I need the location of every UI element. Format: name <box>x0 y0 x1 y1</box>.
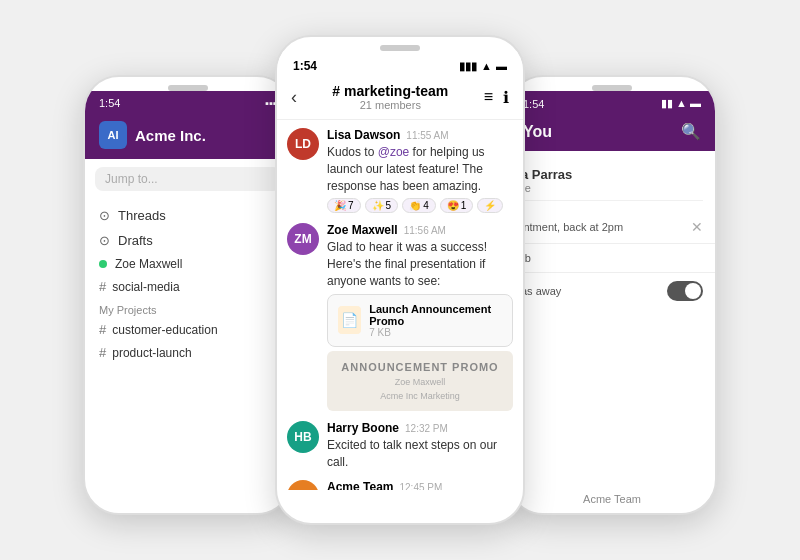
center-status-bar: 1:54 ▮▮▮ ▲ ▬ <box>277 51 523 77</box>
avatar-acme: AT <box>287 480 319 490</box>
workspace-icon: AI <box>99 121 127 149</box>
msg-name-lisa: Lisa Dawson <box>327 128 400 142</box>
right-header: You 🔍 <box>509 116 715 151</box>
channel-customer-education[interactable]: # customer-education <box>85 318 291 341</box>
search-bar[interactable]: Jump to... <box>95 167 281 191</box>
toggle-label: as away <box>521 285 561 297</box>
right-phone: 1:54 ▮▮ ▲ ▬ You 🔍 a Parras re intment, b… <box>507 75 717 515</box>
messages-area: LD Lisa Dawson 11:55 AM Kudos to @zoe fo… <box>277 120 523 490</box>
msg-time-zoe: 11:56 AM <box>404 225 446 236</box>
avatar-harry: HB <box>287 421 319 453</box>
msg-text-harry: Excited to talk next steps on our call. <box>327 437 513 471</box>
threads-icon: ⊙ <box>99 208 110 223</box>
reaction-clap[interactable]: 👏 4 <box>402 198 436 213</box>
channel-social-media[interactable]: # social-media <box>85 275 291 298</box>
reaction-sparkle[interactable]: ✨ 5 <box>365 198 399 213</box>
member-count: 21 members <box>332 99 448 111</box>
left-header: AI Acme Inc. <box>85 115 291 159</box>
nav-drafts[interactable]: ⊙ Drafts <box>85 228 291 253</box>
file-info: Launch Announcement Promo 7 KB <box>369 303 502 338</box>
center-phone: 1:54 ▮▮▮ ▲ ▬ ‹ # marketing-team 21 membe… <box>275 35 525 525</box>
msg-text-zoe: Glad to hear it was a success! Here's th… <box>327 239 513 289</box>
right-search-icon[interactable]: 🔍 <box>681 122 701 141</box>
left-status-bar: 1:54 ▪▪▪ <box>85 91 291 115</box>
right-status-bar: 1:54 ▮▮ ▲ ▬ <box>509 91 715 116</box>
dismiss-item-2: rb <box>509 244 715 273</box>
nav-drafts-label: Drafts <box>118 233 153 248</box>
hash-icon: # <box>99 279 106 294</box>
dismiss-item-1: intment, back at 2pm ✕ <box>509 211 715 244</box>
msg-header-zoe: Zoe Maxwell 11:56 AM <box>327 223 513 237</box>
hash-icon-3: # <box>99 345 106 360</box>
info-icon[interactable]: ℹ <box>503 88 509 107</box>
msg-content-acme: Acme Team 12:45 PM <box>327 480 513 490</box>
channel-customer-label: customer-education <box>112 323 217 337</box>
channel-header: ‹ # marketing-team 21 members ≡ ℹ <box>277 77 523 120</box>
file-name: Launch Announcement Promo <box>369 303 502 327</box>
left-nav: ⊙ Threads ⊙ Drafts Zoe Maxwell # social-… <box>85 199 291 368</box>
announcement-preview: ANNOUNCEMENT PROMO Zoe Maxwell Acme Inc … <box>327 351 513 411</box>
nav-threads-label: Threads <box>118 208 166 223</box>
avatar-lisa: LD <box>287 128 319 160</box>
right-status-icons: ▮▮ ▲ ▬ <box>661 97 701 110</box>
msg-text-before: Kudos to <box>327 145 378 159</box>
channel-product-launch[interactable]: # product-launch <box>85 341 291 364</box>
message-zoe: ZM Zoe Maxwell 11:56 AM Glad to hear it … <box>287 223 513 410</box>
message-harry: HB Harry Boone 12:32 PM Excited to talk … <box>287 421 513 471</box>
toggle-row: as away <box>509 273 715 309</box>
center-status-icons: ▮▮▮ ▲ ▬ <box>459 60 507 73</box>
msg-content-lisa: Lisa Dawson 11:55 AM Kudos to @zoe for h… <box>327 128 513 213</box>
reaction-bolt[interactable]: ⚡ <box>477 198 503 213</box>
reactions-lisa: 🎉 7 ✨ 5 👏 4 😍 1 ⚡ <box>327 198 513 213</box>
channel-social-label: social-media <box>112 280 179 294</box>
away-toggle[interactable] <box>667 281 703 301</box>
msg-time-acme: 12:45 PM <box>399 482 442 490</box>
file-attachment[interactable]: 📄 Launch Announcement Promo 7 KB <box>327 294 513 347</box>
dm-zoe[interactable]: Zoe Maxwell <box>85 253 291 275</box>
dm-item-aparras[interactable]: a Parras re <box>521 161 703 201</box>
msg-name-zoe: Zoe Maxwell <box>327 223 398 237</box>
dismiss-button-1[interactable]: ✕ <box>691 219 703 235</box>
msg-time-lisa: 11:55 AM <box>406 130 448 141</box>
msg-text-lisa: Kudos to @zoe for helping us launch our … <box>327 144 513 194</box>
dm-preview-aparras: re <box>521 182 703 194</box>
user-zoe-label: Zoe Maxwell <box>115 257 182 271</box>
avatar-zoe: ZM <box>287 223 319 255</box>
msg-header-harry: Harry Boone 12:32 PM <box>327 421 513 435</box>
file-size: 7 KB <box>369 327 502 338</box>
drafts-icon: ⊙ <box>99 233 110 248</box>
promo-sub-name: Zoe Maxwell <box>337 377 503 387</box>
file-icon: 📄 <box>338 306 361 334</box>
wifi-icon: ▲ <box>481 60 492 72</box>
msg-content-harry: Harry Boone 12:32 PM Excited to talk nex… <box>327 421 513 471</box>
msg-header-acme: Acme Team 12:45 PM <box>327 480 513 490</box>
dismiss-text-1: intment, back at 2pm <box>521 221 623 233</box>
nav-threads[interactable]: ⊙ Threads <box>85 203 291 228</box>
center-time: 1:54 <box>293 59 317 73</box>
reaction-heart-eyes[interactable]: 😍 1 <box>440 198 474 213</box>
msg-name-harry: Harry Boone <box>327 421 399 435</box>
msg-header-lisa: Lisa Dawson 11:55 AM <box>327 128 513 142</box>
message-lisa: LD Lisa Dawson 11:55 AM Kudos to @zoe fo… <box>287 128 513 213</box>
my-projects-label: My Projects <box>85 298 291 318</box>
mention-zoe[interactable]: @zoe <box>378 145 410 159</box>
channel-name: # marketing-team <box>332 83 448 99</box>
right-header-title: You <box>523 123 552 141</box>
header-action-icons: ≡ ℹ <box>484 88 509 107</box>
msg-name-acme: Acme Team <box>327 480 393 490</box>
promo-title: ANNOUNCEMENT PROMO <box>337 361 503 373</box>
battery-icon: ▬ <box>496 60 507 72</box>
right-content: a Parras re <box>509 151 715 211</box>
back-button[interactable]: ‹ <box>291 87 297 108</box>
msg-time-harry: 12:32 PM <box>405 423 448 434</box>
left-time: 1:54 <box>99 97 120 109</box>
search-placeholder: Jump to... <box>105 172 158 186</box>
reaction-confetti[interactable]: 🎉 7 <box>327 198 361 213</box>
filter-icon[interactable]: ≡ <box>484 88 493 106</box>
signal-icon: ▮▮▮ <box>459 60 477 73</box>
channel-product-label: product-launch <box>112 346 191 360</box>
bottom-workspace-label: Acme Team <box>509 493 715 505</box>
channel-title: # marketing-team 21 members <box>332 83 448 111</box>
workspace-name: Acme Inc. <box>135 127 206 144</box>
msg-content-zoe: Zoe Maxwell 11:56 AM Glad to hear it was… <box>327 223 513 410</box>
